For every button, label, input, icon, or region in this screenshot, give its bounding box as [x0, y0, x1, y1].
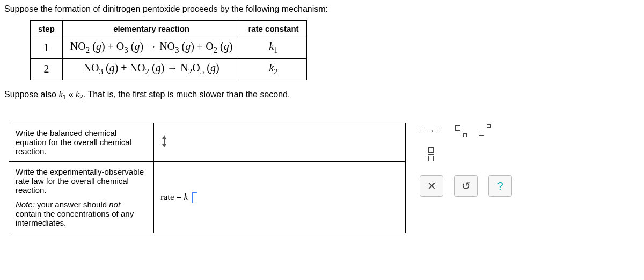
fraction-button[interactable]: [420, 146, 442, 162]
square-icon: [428, 156, 434, 161]
input-rate-law-cell: rate = k: [154, 162, 406, 233]
intro-text: Suppose the formation of dinitrogen pent…: [4, 4, 644, 14]
reaction-1: NO2 (g) + O3 (g) → NO3 (g) + O2 (g): [62, 37, 240, 59]
superscript-button[interactable]: [479, 125, 489, 136]
reaction-2: NO3 (g) + NO2 (g) → N2O5 (g): [62, 59, 240, 80]
prompt-overall-equation: Write the balanced chemical equation for…: [9, 123, 154, 162]
help-button[interactable]: ?: [488, 175, 512, 197]
col-step: step: [31, 21, 63, 37]
prompt-rate-law-main: Write the experimentally-observable rate…: [16, 167, 147, 195]
rateconst-1: k1: [240, 37, 306, 59]
square-icon: [487, 124, 491, 128]
reset-button[interactable]: ↺: [454, 175, 478, 197]
arrow-dots-icon[interactable]: [160, 135, 168, 147]
square-icon: [437, 128, 442, 133]
step-2: 2: [31, 59, 63, 80]
toolbar: → ✕ ↺ ?: [420, 123, 514, 197]
rate-equals-k: rate = k: [160, 192, 188, 202]
prompt-rate-law-note: Note: your answer should not contain the…: [16, 200, 147, 227]
square-icon: [420, 128, 425, 133]
yields-button[interactable]: →: [420, 123, 442, 139]
col-rateconst: rate constant: [240, 21, 306, 37]
rate-law-input[interactable]: [192, 192, 197, 203]
square-icon: [455, 125, 460, 131]
suppose-condition: Suppose also k1 « k2. That is, the first…: [4, 90, 644, 101]
square-icon: [479, 131, 484, 136]
prompt-rate-law: Write the experimentally-observable rate…: [9, 162, 154, 233]
col-reaction: elementary reaction: [62, 21, 240, 37]
answer-table: Write the balanced chemical equation for…: [9, 123, 406, 233]
input-overall-equation-cell: [154, 123, 406, 162]
bar-icon: [428, 154, 434, 155]
arrow-icon: →: [427, 126, 435, 135]
square-icon: [428, 147, 434, 153]
subscript-button[interactable]: [455, 125, 466, 136]
mechanism-table: step elementary reaction rate constant 1…: [30, 20, 307, 80]
step-1: 1: [31, 37, 63, 59]
rateconst-2: k2: [240, 59, 306, 80]
square-icon: [463, 133, 467, 137]
clear-button[interactable]: ✕: [420, 175, 443, 197]
